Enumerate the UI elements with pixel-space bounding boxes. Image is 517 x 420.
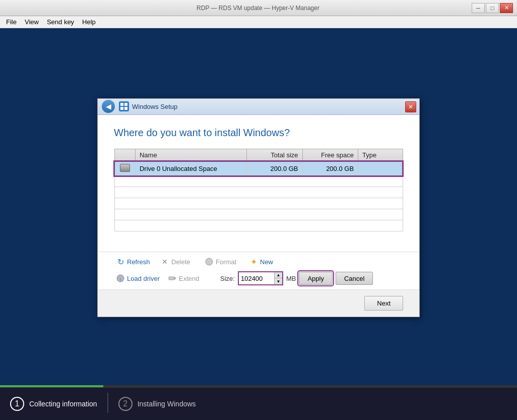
taskbar: 1 Collecting information 2 Installing Wi… [0, 387, 517, 420]
main-background: ◀ Windows Setup ✕ Where do you want to i… [0, 28, 517, 387]
svg-rect-2 [120, 107, 123, 110]
dialog-close-button[interactable]: ✕ [405, 101, 416, 112]
mb-label: MB [286, 275, 296, 282]
menu-help[interactable]: Help [78, 17, 100, 27]
dialog-footer: Next [98, 289, 419, 317]
spinner-down-button[interactable]: ▼ [274, 278, 282, 284]
dialog-title-bar: ◀ Windows Setup ✕ [98, 99, 419, 115]
load-driver-label: Load driver [127, 275, 160, 282]
col-header-type: Type [358, 149, 403, 161]
new-icon: ✦ [249, 257, 258, 266]
refresh-label: Refresh [127, 258, 150, 266]
format-icon [205, 257, 214, 266]
step-1-number: 1 [10, 397, 24, 411]
title-bar: RDP — RDS VM update — Hyper-V Manager ─ … [0, 0, 517, 16]
format-label: Format [216, 258, 236, 266]
partition-type [358, 161, 403, 176]
cancel-button[interactable]: Cancel [336, 272, 373, 285]
col-header-size: Total size [247, 149, 303, 161]
new-label: New [260, 258, 273, 266]
partition-free-space: 200.0 GB [302, 161, 358, 176]
svg-marker-8 [174, 276, 176, 280]
empty-row-4 [114, 209, 403, 220]
menu-file[interactable]: File [2, 17, 21, 27]
extend-label: Extend [179, 275, 199, 282]
size-input[interactable] [239, 272, 274, 284]
step-container: 1 Collecting information 2 Installing Wi… [0, 393, 517, 415]
svg-rect-7 [169, 277, 174, 280]
empty-row-5 [114, 220, 403, 231]
drive-icon-cell [114, 161, 135, 176]
svg-rect-3 [124, 107, 127, 110]
empty-row-1 [114, 176, 403, 187]
col-header-icon [114, 149, 135, 161]
toolbar: ↻ Refresh ✕ Delete Format ✦ New [98, 252, 419, 289]
menu-view[interactable]: View [21, 17, 43, 27]
dialog-content: Where do you want to install Windows? Na… [98, 115, 419, 252]
step-2-number: 2 [118, 397, 133, 411]
load-driver-button[interactable]: ↓ Load driver [114, 273, 162, 284]
windows-logo-icon [120, 103, 127, 110]
dialog-title-text: Windows Setup [119, 101, 177, 111]
svg-rect-1 [124, 103, 127, 106]
empty-row-2 [114, 187, 403, 198]
close-button[interactable]: ✕ [500, 3, 513, 13]
size-input-wrapper: ▲ ▼ [238, 271, 283, 285]
apply-button[interactable]: Apply [299, 272, 333, 285]
partition-total-size: 200.0 GB [247, 161, 303, 176]
step-2: 2 Installing Windows [108, 393, 214, 415]
table-row[interactable]: Drive 0 Unallocated Space 200.0 GB 200.0… [114, 161, 403, 176]
dialog-title-label: Windows Setup [132, 103, 177, 110]
drive-icon [120, 164, 130, 172]
size-spinners: ▲ ▼ [274, 272, 282, 284]
empty-row-3 [114, 198, 403, 209]
svg-point-4 [206, 258, 213, 265]
load-driver-icon: ↓ [116, 274, 125, 283]
title-bar-text: RDP — RDS VM update — Hyper-V Manager [44, 5, 472, 12]
minimize-button[interactable]: ─ [472, 3, 485, 13]
setup-icon [119, 101, 129, 111]
step-1-label: Collecting information [29, 400, 97, 408]
menu-sendkey[interactable]: Send key [43, 17, 78, 27]
delete-button[interactable]: ✕ Delete [158, 256, 199, 267]
partition-name: Drive 0 Unallocated Space [135, 161, 246, 176]
step-2-label: Installing Windows [138, 400, 196, 408]
col-header-free: Free space [302, 149, 358, 161]
spinner-up-button[interactable]: ▲ [274, 272, 282, 278]
maximize-button[interactable]: □ [486, 3, 499, 13]
refresh-button[interactable]: ↻ Refresh [114, 256, 154, 267]
delete-icon: ✕ [160, 257, 169, 266]
title-bar-controls: ─ □ ✕ [472, 3, 513, 13]
windows-setup-dialog: ◀ Windows Setup ✕ Where do you want to i… [97, 98, 420, 318]
next-button[interactable]: Next [364, 296, 403, 311]
menu-bar: File View Send key Help [0, 16, 517, 28]
svg-text:↓: ↓ [119, 276, 122, 281]
col-header-name: Name [135, 149, 246, 161]
size-label: Size: [220, 275, 235, 282]
delete-label: Delete [171, 258, 190, 266]
partition-table: Name Total size Free space Type Drive 0 … [114, 149, 403, 232]
dialog-back-button[interactable]: ◀ [102, 100, 115, 113]
extend-button[interactable]: Extend [166, 273, 206, 284]
refresh-icon: ↻ [116, 257, 125, 266]
extend-icon [168, 274, 177, 283]
dialog-heading: Where do you want to install Windows? [114, 127, 403, 139]
format-button[interactable]: Format [203, 256, 243, 267]
step-1: 1 Collecting information [0, 393, 107, 415]
new-button[interactable]: ✦ New [247, 256, 287, 267]
svg-rect-0 [120, 103, 123, 106]
back-icon: ◀ [106, 102, 111, 110]
